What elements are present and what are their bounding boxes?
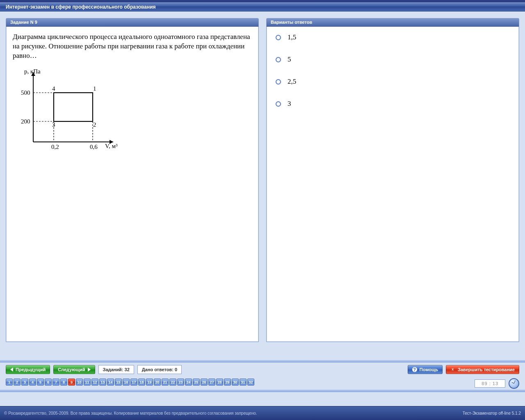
arrow-left-icon — [10, 368, 13, 372]
pt2: 2 — [93, 121, 96, 128]
question-text: Диаграмма циклического процесса идеально… — [13, 32, 252, 61]
task-button-12[interactable]: 12 — [91, 379, 98, 386]
task-number-list: 1234567891011121314151617181920212223242… — [6, 379, 519, 386]
answer-option[interactable]: 2,5 — [273, 73, 512, 96]
y-tick-200: 200 — [21, 118, 30, 125]
task-button-9[interactable]: 9 — [68, 379, 75, 386]
answered-label: Дано ответов: — [142, 367, 173, 372]
task-button-20[interactable]: 20 — [154, 379, 161, 386]
pt3: 3 — [52, 121, 55, 128]
answer-option[interactable]: 5 — [273, 51, 512, 73]
footer: © Росаккредагентство, 2005-2009. Все пра… — [0, 406, 525, 420]
help-label: Помощь — [420, 367, 438, 372]
task-button-27[interactable]: 27 — [208, 379, 215, 386]
task-button-13[interactable]: 13 — [99, 379, 106, 386]
radio-icon — [276, 79, 281, 84]
answers-panel: Варианты ответов 1,5 5 2,5 3 — [266, 18, 519, 342]
task-button-31[interactable]: 31 — [240, 379, 247, 386]
task-button-30[interactable]: 30 — [232, 379, 239, 386]
y-axis-label: p, кПа — [24, 68, 41, 75]
task-button-5[interactable]: 5 — [37, 379, 44, 386]
task-button-22[interactable]: 22 — [169, 379, 176, 386]
task-button-29[interactable]: 29 — [224, 379, 231, 386]
task-button-8[interactable]: 8 — [60, 379, 67, 386]
prev-label: Предыдущий — [16, 367, 46, 372]
task-button-16[interactable]: 16 — [123, 379, 130, 386]
task-button-23[interactable]: 23 — [177, 379, 184, 386]
y-tick-500: 500 — [21, 89, 30, 96]
question-panel-title: Задание N 9 — [6, 18, 258, 27]
task-button-1[interactable]: 1 — [6, 379, 13, 386]
task-button-15[interactable]: 15 — [115, 379, 122, 386]
task-button-14[interactable]: 14 — [107, 379, 114, 386]
separator — [0, 390, 525, 392]
answer-label: 1,5 — [288, 33, 296, 41]
task-button-19[interactable]: 19 — [146, 379, 153, 386]
tasks-total: Заданий: 32 — [98, 365, 134, 374]
pt1: 1 — [93, 85, 96, 92]
answer-label: 3 — [288, 100, 291, 108]
prev-button[interactable]: Предыдущий — [6, 365, 50, 374]
answer-label: 2,5 — [288, 78, 296, 86]
x-tick-06: 0,6 — [90, 144, 98, 151]
finish-label: Завершить тестирование — [458, 367, 515, 372]
titlebar: Интернет-экзамен в сфере профессионально… — [0, 2, 525, 11]
pt4: 4 — [52, 85, 55, 92]
nav-row: Предыдущий Следующий Заданий: 32 Дано от… — [6, 365, 519, 374]
task-button-6[interactable]: 6 — [45, 379, 52, 386]
clock-icon — [509, 378, 519, 389]
help-button[interactable]: ?Помощь — [408, 365, 443, 374]
arrow-right-icon — [88, 368, 91, 372]
next-label: Следующий — [58, 367, 85, 372]
task-button-2[interactable]: 2 — [14, 379, 21, 386]
question-panel: Задание N 9 Диаграмма циклического проце… — [6, 18, 259, 342]
separator — [0, 360, 525, 363]
answer-label: 5 — [288, 55, 291, 64]
answer-option[interactable]: 3 — [273, 96, 512, 118]
answers-panel-title: Варианты ответов — [267, 18, 519, 27]
task-button-18[interactable]: 18 — [138, 379, 145, 386]
timer-area: 89 : 13 — [475, 378, 519, 389]
task-button-17[interactable]: 17 — [130, 379, 137, 386]
svg-rect-8 — [54, 93, 93, 121]
radio-icon — [276, 57, 281, 62]
exit-icon — [450, 367, 455, 372]
task-button-24[interactable]: 24 — [185, 379, 192, 386]
task-button-7[interactable]: 7 — [52, 379, 59, 386]
timer-value: 89 : 13 — [475, 379, 505, 388]
tasks-total-value: 32 — [125, 367, 130, 372]
help-icon: ? — [412, 367, 417, 372]
pv-diagram: p, кПа V, м³ 500 200 0,2 0,6 4 1 2 3 — [13, 68, 128, 158]
task-button-32[interactable]: 32 — [247, 379, 254, 386]
app-window: Интернет-экзамен в сфере профессионально… — [0, 0, 525, 420]
radio-icon — [276, 101, 281, 107]
task-button-10[interactable]: 10 — [76, 379, 83, 386]
x-tick-02: 0,2 — [51, 144, 59, 151]
content-area: Задание N 9 Диаграмма циклического проце… — [0, 14, 525, 420]
answers-list: 1,5 5 2,5 3 — [267, 27, 519, 342]
x-axis-label: V, м³ — [105, 143, 117, 150]
app-title: Интернет-экзамен в сфере профессионально… — [6, 4, 156, 10]
task-button-21[interactable]: 21 — [162, 379, 169, 386]
answered-counter: Дано ответов: 0 — [137, 365, 182, 374]
finish-button[interactable]: Завершить тестирование — [446, 365, 519, 374]
task-button-25[interactable]: 25 — [193, 379, 200, 386]
radio-icon — [276, 35, 281, 40]
task-button-26[interactable]: 26 — [201, 379, 208, 386]
next-button[interactable]: Следующий — [53, 365, 95, 374]
task-button-28[interactable]: 28 — [216, 379, 223, 386]
answered-value: 0 — [175, 367, 177, 372]
tasks-total-label: Заданий: — [103, 367, 123, 372]
footer-copyright: © Росаккредагентство, 2005-2009. Все пра… — [4, 411, 257, 415]
footer-version: Тест-Экзаменатор off-line 5.1.2 — [463, 411, 521, 415]
task-button-11[interactable]: 11 — [84, 379, 91, 386]
answer-option[interactable]: 1,5 — [273, 29, 512, 51]
task-button-3[interactable]: 3 — [21, 379, 28, 386]
task-button-4[interactable]: 4 — [29, 379, 36, 386]
